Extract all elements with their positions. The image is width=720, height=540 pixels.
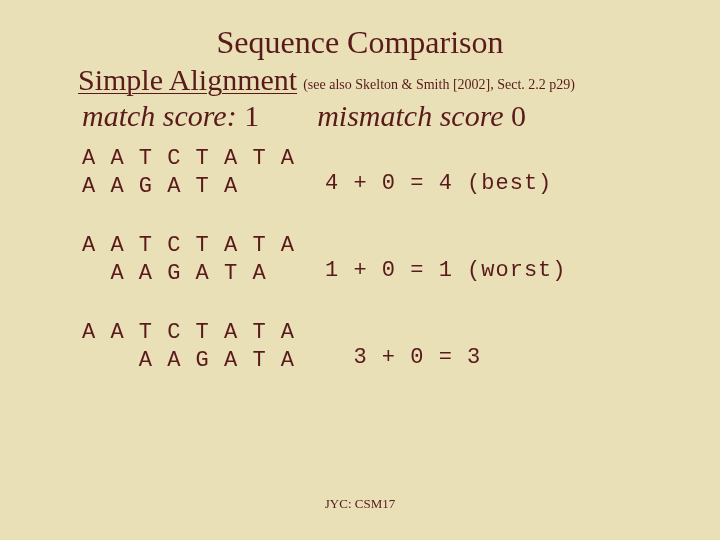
mismatch-score-label: mismatch score [317, 99, 503, 132]
sequence-2: A A G A T A [82, 260, 295, 288]
alignment-block: A A T C T A T A A A G A T A 1 + 0 = 1 (w… [82, 232, 680, 287]
alignment-blocks: A A T C T A T A A A G A T A 4 + 0 = 4 (b… [82, 145, 680, 374]
score-result: 3 + 0 = 3 [325, 345, 481, 370]
sequence-2: A A G A T A [82, 173, 295, 201]
reference-text: (see also Skelton & Smith [2002], Sect. … [303, 77, 575, 97]
score-result: 4 + 0 = 4 (best) [325, 171, 552, 196]
match-score: match score: 1 [82, 99, 259, 133]
sequence-1: A A T C T A T A [82, 319, 295, 347]
sequence-1: A A T C T A T A [82, 232, 295, 260]
scores-row: match score: 1 mismatch score 0 [82, 99, 680, 133]
alignment-row: A A T C T A T A A A G A T A 3 + 0 = 3 [82, 319, 680, 374]
sequence-pair: A A T C T A T A A A G A T A [82, 319, 295, 374]
footer-text: JYC: CSM17 [0, 496, 720, 512]
match-score-value: 1 [244, 99, 259, 132]
mismatch-score-value: 0 [511, 99, 526, 132]
mismatch-score: mismatch score 0 [317, 99, 526, 133]
subtitle: Simple Alignment [78, 63, 297, 97]
sequence-2: A A G A T A [82, 347, 295, 375]
alignment-block: A A T C T A T A A A G A T A 3 + 0 = 3 [82, 319, 680, 374]
score-result: 1 + 0 = 1 (worst) [325, 258, 566, 283]
alignment-row: A A T C T A T A A A G A T A 1 + 0 = 1 (w… [82, 232, 680, 287]
subtitle-row: Simple Alignment (see also Skelton & Smi… [78, 63, 680, 97]
match-score-label: match score [82, 99, 227, 132]
alignment-block: A A T C T A T A A A G A T A 4 + 0 = 4 (b… [82, 145, 680, 200]
sequence-pair: A A T C T A T A A A G A T A [82, 232, 295, 287]
sequence-1: A A T C T A T A [82, 145, 295, 173]
sequence-pair: A A T C T A T A A A G A T A [82, 145, 295, 200]
alignment-row: A A T C T A T A A A G A T A 4 + 0 = 4 (b… [82, 145, 680, 200]
slide: Sequence Comparison Simple Alignment (se… [0, 0, 720, 540]
slide-title: Sequence Comparison [40, 24, 680, 61]
